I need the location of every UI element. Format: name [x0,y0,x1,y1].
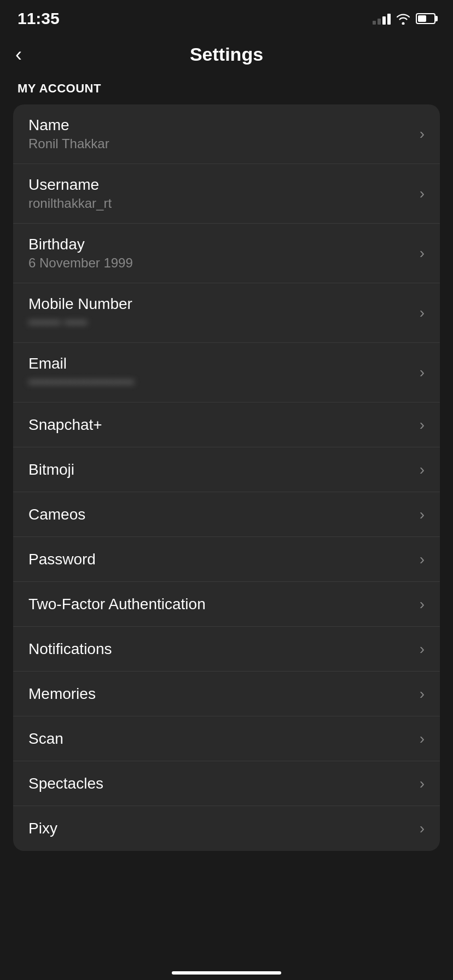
settings-item-two-factor[interactable]: Two-Factor Authentication› [13,582,440,627]
settings-label-bitmoji: Bitmoji [28,461,411,479]
chevron-right-icon: › [420,506,425,523]
settings-item-memories[interactable]: Memories› [13,672,440,716]
settings-item-pixy[interactable]: Pixy› [13,806,440,851]
chevron-right-icon: › [420,461,425,479]
settings-item-scan[interactable]: Scan› [13,716,440,761]
home-indicator [172,971,281,975]
settings-item-spectacles[interactable]: Spectacles› [13,761,440,806]
settings-item-notifications[interactable]: Notifications› [13,627,440,672]
settings-label-scan: Scan [28,730,411,748]
settings-item-birthday[interactable]: Birthday6 November 1999› [13,224,440,283]
settings-label-snapchat-plus: Snapchat+ [28,416,411,434]
chevron-right-icon: › [420,820,425,837]
page-title: Settings [190,44,263,65]
chevron-right-icon: › [420,364,425,381]
settings-item-username[interactable]: Usernameronilthakkar_rt› [13,164,440,224]
settings-item-mobile-number[interactable]: Mobile Number••••••• •••••› [13,283,440,343]
status-bar: 11:35 [0,0,453,33]
settings-value-username: ronilthakkar_rt [28,196,411,211]
settings-label-username: Username [28,176,411,194]
settings-label-pixy: Pixy [28,820,411,837]
chevron-right-icon: › [420,125,425,143]
settings-item-cameos[interactable]: Cameos› [13,492,440,537]
back-button[interactable]: ‹ [15,43,22,66]
chevron-right-icon: › [420,304,425,322]
chevron-right-icon: › [420,185,425,202]
chevron-right-icon: › [420,416,425,434]
settings-item-bitmoji[interactable]: Bitmoji› [13,447,440,492]
settings-item-snapchat-plus[interactable]: Snapchat+› [13,402,440,447]
settings-item-password[interactable]: Password› [13,537,440,582]
settings-label-email: Email [28,355,411,372]
signal-icon [373,13,391,25]
status-icons [373,13,435,25]
settings-value-birthday: 6 November 1999 [28,255,411,271]
settings-list: NameRonil Thakkar›Usernameronilthakkar_r… [13,104,440,851]
settings-label-birthday: Birthday [28,236,411,253]
header: ‹ Settings [0,33,453,81]
settings-label-memories: Memories [28,685,411,703]
chevron-right-icon: › [420,775,425,792]
chevron-right-icon: › [420,244,425,262]
chevron-right-icon: › [420,685,425,703]
settings-label-mobile-number: Mobile Number [28,295,411,313]
chevron-right-icon: › [420,596,425,613]
chevron-right-icon: › [420,640,425,658]
settings-item-name[interactable]: NameRonil Thakkar› [13,104,440,164]
settings-label-cameos: Cameos [28,506,411,523]
settings-value-mobile-number: ••••••• ••••• [28,315,411,330]
battery-icon [416,13,435,24]
status-time: 11:35 [18,9,60,28]
settings-label-notifications: Notifications [28,640,411,658]
settings-label-password: Password [28,551,411,568]
chevron-right-icon: › [420,730,425,748]
section-my-account-label: MY ACCOUNT [0,81,453,104]
chevron-right-icon: › [420,551,425,568]
settings-label-spectacles: Spectacles [28,775,411,792]
settings-item-email[interactable]: Email•••••••••••••••••••••••› [13,343,440,402]
settings-label-two-factor: Two-Factor Authentication [28,596,411,613]
settings-label-name: Name [28,116,411,134]
settings-value-email: ••••••••••••••••••••••• [28,375,411,390]
settings-value-name: Ronil Thakkar [28,136,411,151]
wifi-icon [396,13,410,25]
